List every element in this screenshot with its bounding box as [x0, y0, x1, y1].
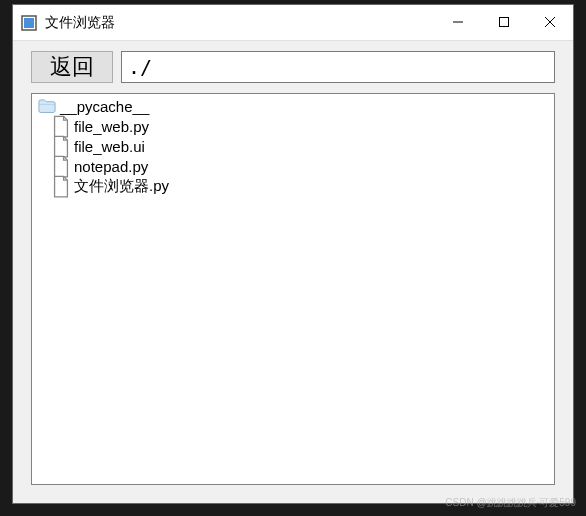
- list-item[interactable]: file_web.py: [32, 116, 554, 136]
- list-item[interactable]: __pycache__: [32, 96, 554, 116]
- file-name: notepad.py: [74, 158, 148, 175]
- maximize-button[interactable]: [481, 5, 527, 40]
- file-icon: [52, 178, 70, 196]
- file-name: __pycache__: [60, 98, 149, 115]
- maximize-icon: [499, 15, 509, 30]
- path-input[interactable]: [121, 51, 555, 83]
- file-browser-window: 文件浏览器 返回 __pycache__file_web.pyfile_: [12, 4, 574, 504]
- list-item[interactable]: file_web.ui: [32, 136, 554, 156]
- svg-rect-1: [24, 18, 34, 28]
- watermark: CSDN @跳跳跳跳兵·可爱599: [445, 496, 576, 510]
- file-list[interactable]: __pycache__file_web.pyfile_web.uinotepad…: [31, 93, 555, 485]
- file-icon: [52, 137, 70, 155]
- minimize-button[interactable]: [435, 5, 481, 40]
- folder-icon: [38, 97, 56, 115]
- close-icon: [545, 15, 555, 30]
- back-button[interactable]: 返回: [31, 51, 113, 83]
- window-title: 文件浏览器: [45, 14, 435, 32]
- list-item[interactable]: notepad.py: [32, 156, 554, 176]
- minimize-icon: [453, 15, 463, 30]
- close-button[interactable]: [527, 5, 573, 40]
- window-controls: [435, 5, 573, 40]
- toolbar: 返回: [13, 41, 573, 89]
- file-icon: [52, 117, 70, 135]
- list-item[interactable]: 文件浏览器.py: [32, 176, 554, 197]
- file-icon: [52, 157, 70, 175]
- file-name: 文件浏览器.py: [74, 177, 169, 196]
- file-name: file_web.ui: [74, 138, 145, 155]
- titlebar: 文件浏览器: [13, 5, 573, 41]
- svg-rect-3: [500, 18, 509, 27]
- file-name: file_web.py: [74, 118, 149, 135]
- app-icon: [21, 15, 37, 31]
